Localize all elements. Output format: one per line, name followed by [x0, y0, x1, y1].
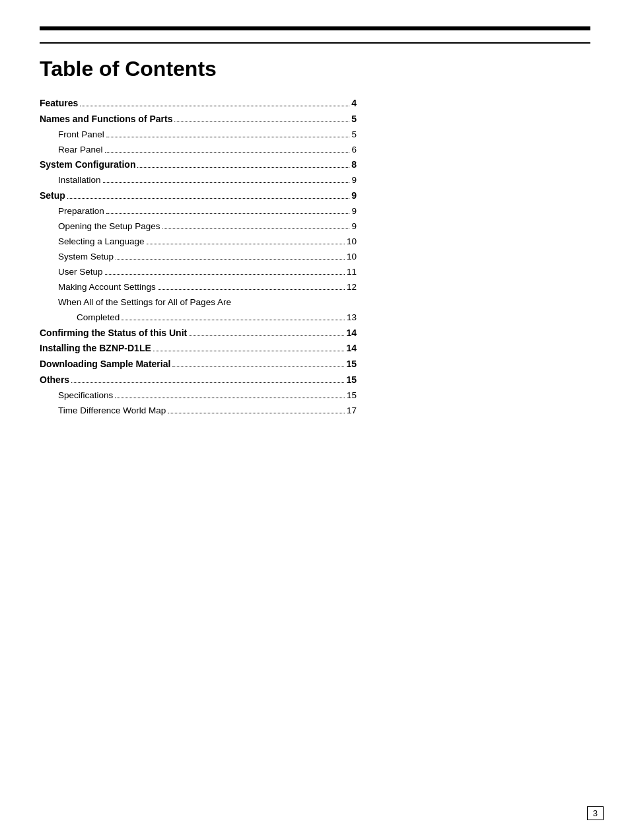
toc-dots [71, 382, 344, 383]
toc-page: 10 [347, 250, 357, 265]
toc-row-setup: Setup 9 [40, 188, 357, 204]
toc-row-downloading-sample: Downloading Sample Material 15 [40, 357, 357, 372]
toc-text: Features [40, 96, 78, 112]
toc-page: 17 [347, 403, 357, 419]
toc-text-line1: When All of the Settings for All of Page… [58, 295, 357, 310]
toc-row-when-all-settings: When All of the Settings for All of Page… [40, 295, 357, 326]
toc-row-system-setup: System Setup 10 [40, 250, 357, 265]
toc-row-user-setup: User Setup 11 [40, 265, 357, 280]
toc-text: Completed [77, 310, 120, 326]
toc-dots [158, 289, 345, 290]
toc-page: 5 [351, 127, 357, 143]
toc-label: Downloading Sample Material [40, 357, 346, 372]
page-title: Table of Contents [40, 57, 590, 81]
toc-dots [162, 228, 350, 229]
toc-label: Names and Functions of Parts [40, 112, 351, 127]
toc-dots [172, 367, 344, 367]
toc-page: 5 [351, 112, 357, 127]
thin-border [40, 42, 590, 44]
toc-row-installing-bznp: Installing the BZNP-D1LE 14 [40, 341, 357, 357]
toc-text: Specifications [58, 388, 113, 403]
toc-text: Opening the Setup Pages [58, 219, 160, 234]
toc-text: Front Panel [58, 127, 104, 143]
toc-text: Others [40, 372, 69, 388]
toc-dots [105, 274, 345, 275]
toc-row-others: Others 15 [40, 372, 357, 388]
toc-text: User Setup [58, 265, 103, 280]
toc-dots [174, 122, 349, 122]
toc-row-preparation: Preparation 9 [40, 204, 357, 219]
toc-label: System Setup [58, 250, 347, 265]
toc-text: System Setup [58, 250, 114, 265]
toc-row-selecting-language: Selecting a Language 10 [40, 234, 357, 250]
toc-text: Time Difference World Map [58, 403, 166, 419]
toc-page: 15 [346, 357, 357, 372]
toc-dots [137, 167, 349, 168]
toc-page: 6 [351, 143, 357, 158]
toc-page: 9 [351, 204, 357, 219]
toc-text: Rear Panel [58, 143, 103, 158]
toc-text: Installation [58, 173, 101, 188]
toc-label: Opening the Setup Pages [58, 219, 351, 234]
toc-text: Downloading Sample Material [40, 357, 170, 372]
toc-label: Completed [77, 310, 347, 326]
toc-dots [106, 137, 350, 137]
page-number-value: 3 [587, 806, 604, 820]
toc-label: Making Account Settings [58, 280, 347, 295]
toc-page: 10 [347, 234, 357, 250]
toc-row-rear-panel: Rear Panel 6 [40, 143, 357, 158]
toc-text: Making Account Settings [58, 280, 156, 295]
toc-label: Specifications [58, 388, 347, 403]
toc-page: 14 [346, 326, 357, 341]
toc-page: 9 [351, 188, 357, 204]
toc-row-opening-setup: Opening the Setup Pages 9 [40, 219, 357, 234]
toc-dots [105, 152, 350, 153]
toc-page: 12 [347, 280, 357, 295]
toc-dots [115, 398, 345, 398]
toc-row-completed: Completed 13 [58, 310, 357, 326]
toc-dots [67, 198, 349, 199]
toc-text: System Configuration [40, 157, 135, 173]
toc-row-system-config: System Configuration 8 [40, 157, 357, 173]
toc-text: Installing the BZNP-D1LE [40, 341, 151, 357]
toc-text: Setup [40, 188, 65, 204]
toc-row-account-settings: Making Account Settings 12 [40, 280, 357, 295]
toc-dots [106, 213, 350, 214]
toc-row-features: Features 4 [40, 96, 357, 112]
toc-label: User Setup [58, 265, 347, 280]
toc-label: Front Panel [58, 127, 351, 143]
toc-label: Installation [58, 173, 351, 188]
toc-page: 15 [346, 372, 357, 388]
toc-page: 8 [351, 157, 357, 173]
toc-text: Selecting a Language [58, 234, 145, 250]
toc-label: Features [40, 96, 351, 112]
page-container: Table of Contents Features 4 Names and F… [0, 0, 630, 840]
toc-row-names-functions: Names and Functions of Parts 5 [40, 112, 357, 127]
toc-label: Others [40, 372, 346, 388]
toc-label: Preparation [58, 204, 351, 219]
toc-page: 15 [347, 388, 357, 403]
toc-page: 14 [346, 341, 357, 357]
toc-label: Confirming the Status of this Unit [40, 326, 346, 341]
toc-row-specifications: Specifications 15 [40, 388, 357, 403]
toc-row-time-difference: Time Difference World Map 17 [40, 403, 357, 419]
toc-row-confirming-status: Confirming the Status of this Unit 14 [40, 326, 357, 341]
toc-label: Time Difference World Map [58, 403, 347, 419]
toc-label: System Configuration [40, 157, 351, 173]
toc-page: 13 [347, 310, 357, 326]
toc-text: Preparation [58, 204, 104, 219]
toc-dots [168, 413, 345, 413]
toc-dots [153, 351, 345, 351]
toc-row-front-panel: Front Panel 5 [40, 127, 357, 143]
toc-page: 9 [351, 219, 357, 234]
toc-dots [80, 106, 349, 106]
page-number: 3 [587, 806, 604, 820]
toc-dots [116, 259, 345, 260]
toc-text: Confirming the Status of this Unit [40, 326, 187, 341]
toc-row-installation: Installation 9 [40, 173, 357, 188]
toc-dots [122, 320, 345, 320]
toc-page: 9 [351, 173, 357, 188]
toc-page: 4 [351, 96, 357, 112]
toc-dots [147, 244, 345, 244]
toc-container: Features 4 Names and Functions of Parts … [40, 96, 357, 419]
